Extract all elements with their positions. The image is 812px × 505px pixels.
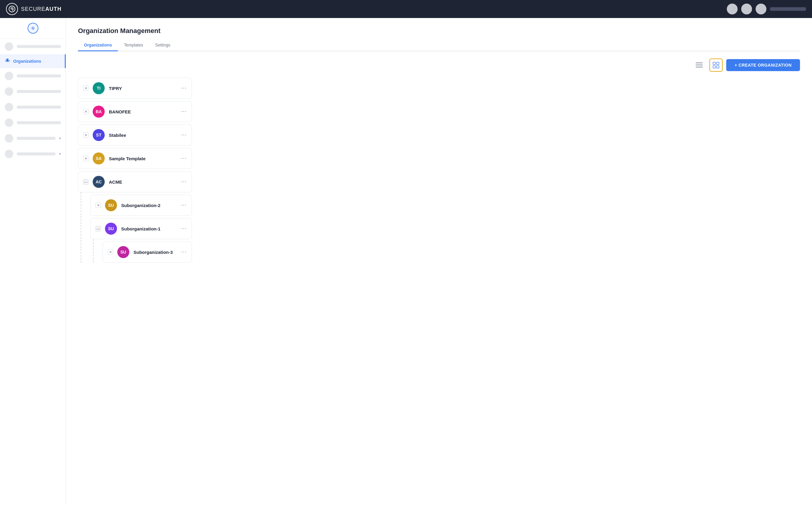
sidebar-item-3[interactable] — [0, 84, 66, 99]
org-name-tipry: TIPRY — [109, 86, 177, 91]
sidebar-item-4[interactable] — [0, 99, 66, 115]
sidebar-dot-6 — [5, 134, 13, 143]
tab-templates[interactable]: Templates — [118, 40, 149, 51]
svg-point-1 — [11, 8, 13, 10]
sidebar-item-5[interactable] — [0, 115, 66, 131]
avatar-tipry: TI — [93, 82, 105, 94]
logo-text: SECUREAUTH — [21, 6, 61, 12]
org-menu-suborg1[interactable]: ··· — [181, 226, 187, 231]
sidebar-dot-2 — [5, 72, 13, 80]
expand-stabilee[interactable]: ✕ — [83, 132, 88, 138]
top-right — [727, 4, 806, 14]
acme-tree-line — [81, 192, 87, 263]
suborg1-tree-line — [93, 239, 99, 263]
sidebar-line-1 — [17, 45, 61, 48]
acme-children-container: ✕ SU Suborganization-2 ··· — SU Sub — [78, 192, 192, 263]
logo-area: SECUREAUTH — [6, 3, 61, 15]
top-bar-placeholder — [770, 7, 806, 11]
org-name-suborg2: Suborganization-2 — [121, 203, 177, 208]
logo-icon — [6, 3, 18, 15]
sidebar-top-icon — [0, 18, 66, 39]
chevron-down-icon-2: ▾ — [59, 152, 61, 156]
org-icon — [5, 58, 10, 64]
svg-rect-10 — [713, 62, 716, 64]
sidebar-line-3 — [17, 90, 61, 93]
svg-rect-6 — [8, 60, 10, 62]
org-menu-suborg2[interactable]: ··· — [181, 202, 187, 208]
org-card-acme: — AC ACME ··· — [78, 171, 192, 192]
org-menu-acme[interactable]: ··· — [181, 179, 187, 185]
sidebar-home-button[interactable] — [28, 23, 38, 34]
svg-point-3 — [32, 28, 33, 29]
top-bar: SECUREAUTH — [0, 0, 812, 18]
page-title: Organization Management — [78, 27, 800, 35]
org-card-tipry: ✕ TI TIPRY ··· — [78, 78, 192, 99]
org-card-stabilee: ✕ ST Stabilee ··· — [78, 125, 192, 146]
org-group-acme: — AC ACME ··· ✕ SU Suborganization-2 — [78, 171, 192, 263]
sidebar: Organizations ▾ — [0, 18, 66, 505]
org-card-suborg2: ✕ SU Suborganization-2 ··· — [90, 195, 192, 216]
chevron-down-icon-1: ▾ — [59, 136, 61, 140]
org-group-suborg1: — SU Suborganization-1 ··· — [90, 218, 192, 263]
sidebar-line-2 — [17, 74, 61, 77]
org-menu-tipry[interactable]: ··· — [181, 86, 187, 91]
sidebar-dot-3 — [5, 87, 13, 96]
sidebar-line-4 — [17, 106, 61, 109]
sidebar-line-5 — [17, 121, 61, 124]
sidebar-item-org-label: Organizations — [13, 59, 41, 63]
tab-bar: Organizations Templates Settings — [78, 40, 800, 51]
svg-rect-7 — [695, 62, 703, 63]
org-menu-suborg3[interactable]: ··· — [181, 249, 187, 255]
org-name-sample-template: Sample Template — [109, 156, 177, 161]
create-organization-button[interactable]: + CREATE ORGANIZATION — [726, 59, 800, 71]
tab-organizations[interactable]: Organizations — [78, 40, 118, 51]
svg-rect-11 — [717, 62, 719, 64]
grid-view-button[interactable] — [709, 58, 723, 72]
user-avatar-2[interactable] — [741, 4, 752, 14]
sidebar-item-organizations[interactable]: Organizations — [0, 54, 66, 68]
org-card-suborg1: — SU Suborganization-1 ··· — [90, 218, 192, 239]
suborg1-children-container: ✕ SU Suborganization-3 ··· — [90, 239, 192, 263]
sidebar-dot-4 — [5, 103, 13, 111]
org-name-suborg3: Suborganization-3 — [134, 249, 177, 255]
acme-children: ✕ SU Suborganization-2 ··· — SU Sub — [87, 192, 192, 263]
sidebar-line-6 — [17, 137, 55, 140]
expand-tipry[interactable]: ✕ — [83, 86, 88, 91]
user-avatar-3[interactable] — [756, 4, 766, 14]
user-avatar-1[interactable] — [727, 4, 738, 14]
sidebar-dot-1 — [5, 42, 13, 51]
expand-acme[interactable]: — — [83, 179, 88, 185]
org-name-suborg1: Suborganization-1 — [121, 226, 177, 231]
sidebar-line-7 — [17, 152, 55, 155]
sidebar-item-6[interactable]: ▾ — [0, 131, 66, 146]
svg-rect-13 — [717, 66, 719, 68]
avatar-stabilee: ST — [93, 129, 105, 141]
expand-suborg3[interactable]: ✕ — [108, 249, 113, 255]
org-list: ✕ TI TIPRY ··· ✕ BA BANOFEE ··· ✕ ST Sta… — [78, 78, 192, 263]
expand-suborg2[interactable]: ✕ — [95, 202, 101, 208]
avatar-sample-template: SA — [93, 152, 105, 164]
org-menu-stabilee[interactable]: ··· — [181, 132, 187, 138]
sidebar-dot-7 — [5, 150, 13, 158]
avatar-banofee: BA — [93, 106, 105, 118]
org-name-acme: ACME — [109, 179, 177, 185]
sidebar-item-2[interactable] — [0, 68, 66, 84]
sidebar-item-7[interactable]: ▾ — [0, 146, 66, 162]
org-card-banofee: ✕ BA BANOFEE ··· — [78, 101, 192, 122]
svg-rect-12 — [713, 66, 716, 68]
suborg1-children: ✕ SU Suborganization-3 ··· — [99, 239, 192, 263]
tab-settings[interactable]: Settings — [149, 40, 176, 51]
avatar-suborg3: SU — [117, 246, 129, 258]
org-menu-banofee[interactable]: ··· — [181, 109, 187, 114]
sidebar-dot-5 — [5, 119, 13, 127]
expand-sample-template[interactable]: ✕ — [83, 156, 88, 161]
avatar-acme: AC — [93, 176, 105, 188]
list-view-button[interactable] — [692, 58, 706, 72]
expand-suborg1[interactable]: — — [95, 226, 101, 231]
sidebar-item-1[interactable] — [0, 39, 66, 54]
expand-banofee[interactable]: ✕ — [83, 109, 88, 114]
org-menu-sample-template[interactable]: ··· — [181, 156, 187, 161]
org-name-banofee: BANOFEE — [109, 109, 177, 114]
main-content: Organization Management Organizations Te… — [66, 18, 812, 505]
avatar-suborg2: SU — [105, 199, 117, 211]
